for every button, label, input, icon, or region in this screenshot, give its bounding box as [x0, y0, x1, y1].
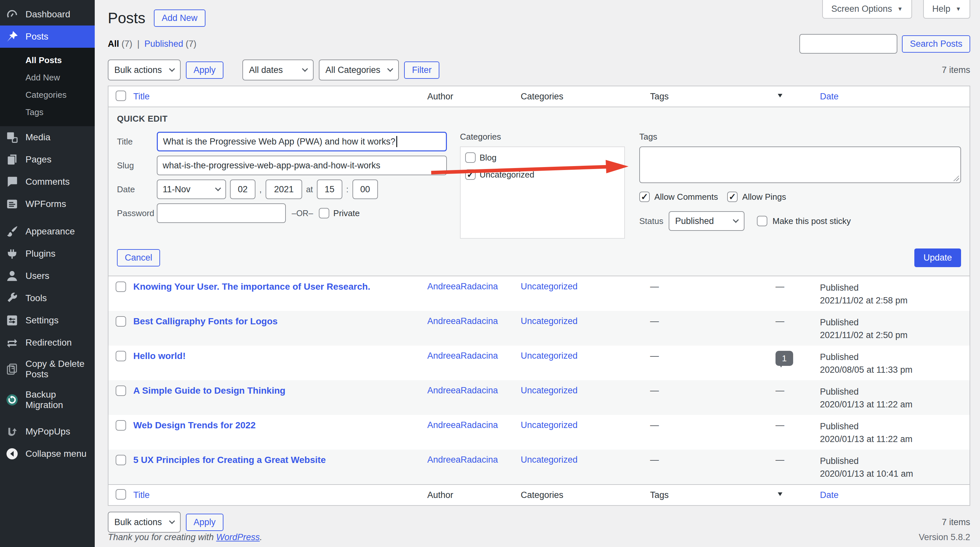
blog-checkbox[interactable]: [465, 152, 476, 163]
sidebar-item-media[interactable]: Media: [0, 126, 95, 148]
screen-options-tab[interactable]: Screen Options ▼: [822, 0, 912, 19]
post-author-link[interactable]: AndreeaRadacina: [427, 316, 498, 326]
category-option-blog[interactable]: Blog: [465, 152, 620, 163]
bulk-actions-select[interactable]: Bulk actions: [108, 59, 181, 80]
update-button[interactable]: Update: [914, 249, 961, 267]
sidebar-item-users[interactable]: Users: [0, 265, 95, 287]
column-title[interactable]: Title: [133, 92, 150, 101]
year-input[interactable]: 2021: [266, 180, 302, 199]
categories-list-box[interactable]: Blog Uncategorized: [460, 147, 625, 239]
minute-input[interactable]: 00: [353, 180, 378, 199]
post-author-link[interactable]: AndreeaRadacina: [427, 455, 498, 465]
sidebar-item-comments[interactable]: Comments: [0, 171, 95, 193]
view-all-label[interactable]: All: [108, 39, 119, 49]
row-checkbox[interactable]: [116, 455, 126, 465]
sidebar-item-collapse-menu[interactable]: Collapse menu: [0, 443, 95, 465]
categories-filter-select[interactable]: All Categories: [319, 59, 399, 80]
post-category-link[interactable]: Uncategorized: [521, 316, 578, 326]
add-new-button[interactable]: Add New: [154, 10, 205, 27]
row-checkbox[interactable]: [116, 351, 126, 361]
sidebar-item-appearance[interactable]: Appearance: [0, 220, 95, 242]
post-title-link[interactable]: Best Calligraphy Fonts for Logos: [133, 316, 278, 326]
comment-count-bubble[interactable]: 1: [775, 351, 793, 366]
sidebar-item-plugins[interactable]: Plugins: [0, 242, 95, 265]
post-author-link[interactable]: AndreeaRadacina: [427, 386, 498, 395]
sidebar-item-copy-delete-posts[interactable]: Copy & Delete Posts: [0, 354, 95, 384]
search-box: Search Posts: [799, 34, 970, 54]
row-checkbox[interactable]: [116, 420, 126, 431]
allow-pings-checkbox[interactable]: [727, 191, 738, 202]
row-checkbox[interactable]: [116, 316, 126, 327]
dashboard-icon: [6, 8, 18, 21]
month-select[interactable]: 11-Nov: [157, 180, 226, 199]
allow-comments-checkbox[interactable]: [639, 191, 650, 202]
help-tab[interactable]: Help ▼: [923, 0, 970, 19]
post-title-link[interactable]: Hello world!: [133, 351, 186, 361]
post-author-link[interactable]: AndreeaRadacina: [427, 351, 498, 360]
post-author-link[interactable]: AndreeaRadacina: [427, 282, 498, 291]
post-title-link[interactable]: 5 UX Principles for Creating a Great Web…: [133, 455, 326, 465]
hour-value: 15: [325, 184, 334, 195]
private-checkbox[interactable]: [319, 208, 329, 218]
items-count: 7 items: [942, 65, 970, 75]
status-select[interactable]: Published: [669, 211, 745, 231]
submenu-add-new[interactable]: Add New: [0, 69, 95, 86]
view-published-link[interactable]: Published: [145, 39, 183, 49]
sidebar-item-wpforms[interactable]: WPForms: [0, 193, 95, 215]
post-category-link[interactable]: Uncategorized: [521, 282, 578, 291]
sidebar-item-mypopups[interactable]: MyPopUps: [0, 421, 95, 443]
post-category-link[interactable]: Uncategorized: [521, 420, 578, 430]
post-category-link[interactable]: Uncategorized: [521, 351, 578, 360]
view-published-count: (7): [186, 39, 196, 49]
post-author-link[interactable]: AndreeaRadacina: [427, 420, 498, 430]
post-category-link[interactable]: Uncategorized: [521, 455, 578, 465]
private-label: Private: [333, 208, 360, 218]
select-all-checkbox[interactable]: [116, 91, 126, 101]
sidebar-item-posts[interactable]: Posts: [0, 26, 95, 48]
day-input[interactable]: 02: [230, 180, 255, 199]
wordpress-link[interactable]: WordPress: [216, 532, 260, 542]
search-input[interactable]: [799, 34, 897, 54]
admin-footer: Thank you for creating with WordPress. V…: [108, 532, 970, 542]
post-title-link[interactable]: A Simple Guide to Design Thinking: [133, 386, 285, 395]
sidebar-item-settings[interactable]: Settings: [0, 309, 95, 332]
footer-thanks: Thank you for creating with WordPress.: [108, 532, 262, 542]
hour-input[interactable]: 15: [317, 180, 342, 199]
category-option-uncategorized[interactable]: Uncategorized: [465, 169, 620, 180]
sidebar-item-redirection[interactable]: Redirection: [0, 332, 95, 354]
apply-button-bottom[interactable]: Apply: [186, 514, 224, 531]
tags-textarea[interactable]: [639, 147, 961, 183]
sidebar-item-backup-migration[interactable]: Backup Migration: [0, 384, 95, 415]
password-input[interactable]: [157, 203, 286, 223]
column-title[interactable]: Title: [133, 490, 150, 500]
post-status: Published: [820, 282, 970, 294]
bulk-actions-select-bottom[interactable]: Bulk actions: [108, 512, 181, 533]
sidebar-item-label: Users: [25, 271, 49, 281]
title-input[interactable]: What is the Progressive Web App (PWA) an…: [157, 132, 447, 152]
row-checkbox[interactable]: [116, 386, 126, 396]
column-categories: Categories: [521, 92, 650, 102]
select-all-checkbox[interactable]: [116, 489, 126, 499]
filter-button[interactable]: Filter: [404, 61, 439, 79]
uncategorized-checkbox[interactable]: [465, 169, 476, 180]
submenu-tags[interactable]: Tags: [0, 104, 95, 121]
sidebar-item-tools[interactable]: Tools: [0, 287, 95, 309]
sticky-checkbox[interactable]: [757, 216, 767, 226]
cancel-button[interactable]: Cancel: [117, 249, 160, 266]
column-date[interactable]: Date: [820, 92, 838, 101]
row-checkbox[interactable]: [116, 282, 126, 292]
sidebar-item-dashboard[interactable]: Dashboard: [0, 3, 95, 26]
post-category-link[interactable]: Uncategorized: [521, 386, 578, 395]
slug-input[interactable]: what-is-the-progressive-web-app-pwa-and-…: [157, 156, 447, 175]
apply-button[interactable]: Apply: [186, 61, 224, 79]
column-date[interactable]: Date: [820, 490, 838, 500]
search-posts-button[interactable]: Search Posts: [902, 35, 970, 53]
post-comments-value: —: [775, 386, 820, 395]
post-title-link[interactable]: Web Design Trends for 2022: [133, 420, 256, 430]
post-title-link[interactable]: Knowing Your User. The importance of Use…: [133, 282, 371, 292]
post-status: Published: [820, 420, 970, 433]
sidebar-item-pages[interactable]: Pages: [0, 148, 95, 171]
submenu-categories[interactable]: Categories: [0, 86, 95, 104]
submenu-all-posts[interactable]: All Posts: [0, 52, 95, 69]
dates-filter-select[interactable]: All dates: [242, 59, 313, 80]
